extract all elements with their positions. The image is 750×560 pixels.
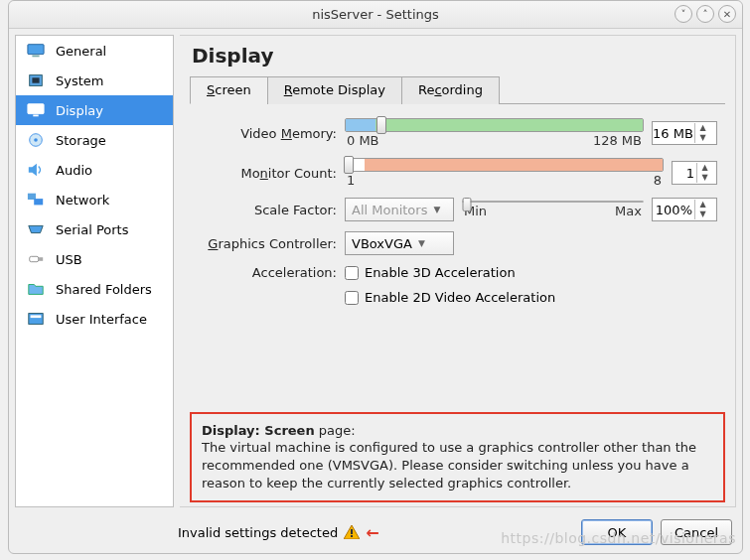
spin-up-icon[interactable]: ▲ [695,123,710,133]
footer-status: Invalid settings detected ← [178,523,379,542]
svg-rect-12 [30,256,39,261]
window-title: nisServer - Settings [312,7,439,22]
spin-up-icon[interactable]: ▲ [697,163,712,173]
spin-up-icon[interactable]: ▲ [695,200,710,210]
sidebar-item-audio[interactable]: Audio [16,155,173,185]
network-icon [26,192,46,208]
sidebar-item-system[interactable]: System [16,66,173,95]
sidebar-item-label: Storage [56,133,106,148]
combo-graphics-controller[interactable]: VBoxVGA▼ [345,231,454,255]
sidebar-item-network[interactable]: Network [16,185,173,214]
svg-rect-3 [32,77,39,82]
spin-down-icon[interactable]: ▼ [695,210,710,219]
ok-button[interactable]: OK [581,519,653,545]
row-acceleration-2d: Enable 2D Video Acceleration [198,290,717,305]
main-panel: Display Screen Remote Display Recording … [180,35,736,507]
spin-monitor-count[interactable]: ▲▼ [672,161,717,185]
tab-recording[interactable]: Recording [401,76,500,104]
svg-rect-15 [31,315,42,318]
sidebar-item-serial-ports[interactable]: Serial Ports [16,214,173,244]
tab-screen[interactable]: Screen [190,76,268,104]
svg-rect-14 [29,314,43,325]
slider-video-memory-wrap: 0 MB128 MB [345,118,644,148]
close-button[interactable]: ✕ [718,5,736,23]
label-acceleration: Acceleration: [198,265,337,280]
slider-thumb[interactable] [462,198,471,211]
storage-icon [26,132,46,148]
usb-icon [26,251,46,267]
monitor-icon [26,43,46,59]
svg-rect-9 [28,194,36,200]
sidebar-item-label: Shared Folders [56,282,152,297]
page-title: Display [190,42,725,75]
svg-rect-1 [32,56,39,58]
label-scale-factor: Scale Factor: [198,203,337,217]
spin-down-icon[interactable]: ▼ [695,133,710,143]
slider-monitor-count-wrap: 18 [345,158,664,188]
row-monitor-count: Monitor Count: 18 ▲▼ [198,158,717,188]
checkbox-2d-acceleration[interactable]: Enable 2D Video Acceleration [345,290,555,305]
footer: Invalid settings detected ← OK Cancel [9,513,742,553]
combo-scale-monitor[interactable]: All Monitors▼ [345,198,454,221]
settings-window: nisServer - Settings ˅ ˄ ✕ General Syste… [8,0,743,554]
checkbox-3d-acceleration[interactable]: Enable 3D Acceleration [345,265,516,280]
sidebar-item-label: Audio [56,163,92,178]
spin-scale-factor-input[interactable] [653,203,694,217]
sidebar-item-shared-folders[interactable]: Shared Folders [16,274,173,304]
sidebar-item-user-interface[interactable]: User Interface [16,304,173,334]
warning-body: The virtual machine is configured to use… [202,440,696,490]
serial-icon [26,221,46,237]
sidebar-item-display[interactable]: Display [16,95,173,125]
sidebar: General System Display Storage Audio Net… [15,35,174,507]
sidebar-item-label: General [56,44,106,59]
svg-point-7 [34,138,38,142]
sidebar-item-label: User Interface [56,312,147,327]
titlebar: nisServer - Settings ˅ ˄ ✕ [9,1,742,29]
spin-down-icon[interactable]: ▼ [697,173,712,183]
spin-video-memory[interactable]: ▲▼ [652,121,717,145]
slider-monitor-count[interactable] [345,158,664,172]
sidebar-item-label: Serial Ports [56,222,128,237]
chevron-down-icon: ▼ [418,238,425,248]
ui-icon [26,311,46,327]
row-acceleration: Acceleration: Enable 3D Acceleration [198,265,717,280]
svg-rect-18 [351,535,353,537]
spin-video-memory-input[interactable] [653,126,694,141]
cancel-button[interactable]: Cancel [661,519,732,545]
svg-marker-8 [29,164,37,177]
tabs: Screen Remote Display Recording [190,75,725,104]
spin-monitor-count-input[interactable] [673,166,696,181]
label-video-memory: Video Memory: [198,126,337,141]
chevron-down-icon: ▼ [433,205,440,214]
display-icon [26,102,46,118]
maximize-button[interactable]: ˄ [696,5,714,23]
tab-remote-display[interactable]: Remote Display [267,76,402,104]
sidebar-item-usb[interactable]: USB [16,244,173,274]
slider-thumb[interactable] [344,156,354,174]
sidebar-item-general[interactable]: General [16,36,173,66]
slider-video-memory[interactable] [345,118,644,132]
svg-rect-17 [351,529,353,534]
sidebar-item-storage[interactable]: Storage [16,125,173,155]
row-graphics-controller: Graphics Controller: VBoxVGA▼ [198,231,717,255]
annotation-arrow-icon: ← [366,523,378,542]
chip-icon [26,72,46,88]
sidebar-item-label: Network [56,193,109,208]
status-text: Invalid settings detected [178,525,338,540]
warning-box: Display: Screen page: The virtual machin… [190,412,725,503]
folder-icon [26,281,46,297]
row-video-memory: Video Memory: 0 MB128 MB ▲▼ [198,118,717,148]
checkbox-3d-input[interactable] [345,266,359,280]
label-monitor-count: Monitor Count: [198,166,337,181]
checkbox-2d-input[interactable] [345,291,359,305]
spin-scale-factor[interactable]: ▲▼ [652,198,717,221]
audio-icon [26,162,46,178]
row-scale-factor: Scale Factor: All Monitors▼ MinMax ▲▼ [198,198,717,221]
window-controls: ˅ ˄ ✕ [675,5,736,23]
slider-scale-factor[interactable] [462,201,644,203]
svg-rect-4 [28,104,44,114]
minimize-button[interactable]: ˅ [675,5,692,23]
svg-rect-0 [28,45,44,55]
window-body: General System Display Storage Audio Net… [9,29,742,513]
slider-thumb[interactable] [376,116,386,134]
